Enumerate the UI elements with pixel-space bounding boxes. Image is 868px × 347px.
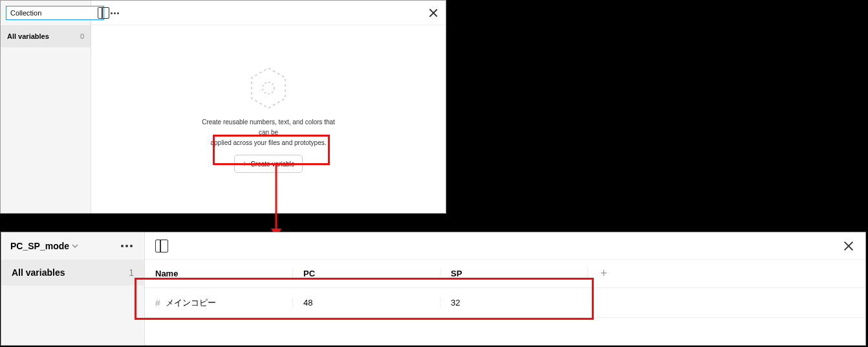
sidebar-toggle-icon[interactable] xyxy=(98,7,109,19)
empty-state: Create reusable numbers, text, and color… xyxy=(91,25,446,213)
column-header-name: Name xyxy=(145,269,292,278)
all-variables-label: All variables xyxy=(7,32,49,40)
variable-value-pc[interactable]: 48 xyxy=(292,298,440,308)
sidebar-item-all-variables[interactable]: All variables 0 xyxy=(1,25,91,47)
sidebar-header: PC_SP_mode xyxy=(1,232,144,260)
add-mode-plus-icon[interactable]: + xyxy=(600,267,607,280)
chevron-down-icon xyxy=(72,243,78,249)
collection-name-dropdown[interactable]: PC_SP_mode xyxy=(10,241,78,251)
variable-count: 0 xyxy=(80,32,84,40)
svg-marker-0 xyxy=(252,68,285,108)
all-variables-label: All variables xyxy=(12,267,65,278)
sidebar-header xyxy=(1,1,91,25)
sidebar: PC_SP_mode All variables 1 xyxy=(1,232,145,345)
variable-name-cell[interactable]: # メインコピー xyxy=(145,297,292,309)
variables-panel-empty: All variables 0 Create reusable numbers,… xyxy=(0,0,446,214)
empty-line-2: applied across your files and prototypes… xyxy=(197,138,340,148)
variable-row[interactable]: # メインコピー 48 32 xyxy=(145,288,865,318)
add-mode-column: + xyxy=(587,267,620,280)
variable-name-label: メインコピー xyxy=(166,297,216,309)
create-variable-label: Create variable xyxy=(251,161,295,168)
sidebar-item-all-variables[interactable]: All variables 1 xyxy=(1,260,144,285)
sidebar: All variables 0 xyxy=(1,1,91,213)
svg-point-1 xyxy=(263,82,274,94)
variable-value-sp[interactable]: 32 xyxy=(440,298,587,308)
variables-panel-populated: PC_SP_mode All variables 1 Name PC SP + … xyxy=(1,232,866,346)
collection-name-label: PC_SP_mode xyxy=(10,241,69,251)
number-type-icon: # xyxy=(155,298,160,308)
hexagon-icon xyxy=(249,65,288,111)
main-area: Name PC SP + # メインコピー 48 32 xyxy=(145,232,865,345)
variable-count: 1 xyxy=(129,267,134,278)
create-variable-button[interactable]: + Create variable xyxy=(234,155,303,173)
sidebar-toggle-icon[interactable] xyxy=(155,240,168,252)
column-header-pc[interactable]: PC xyxy=(292,269,440,278)
more-options-button[interactable] xyxy=(118,242,135,250)
empty-state-text: Create reusable numbers, text, and color… xyxy=(197,117,340,148)
close-icon[interactable] xyxy=(842,240,855,252)
toolbar xyxy=(91,1,446,25)
collection-name-input[interactable] xyxy=(6,6,104,20)
column-header-sp[interactable]: SP xyxy=(440,269,587,278)
table-header: Name PC SP + xyxy=(145,260,865,288)
empty-line-1: Create reusable numbers, text, and color… xyxy=(197,117,340,138)
close-icon[interactable] xyxy=(428,7,439,19)
toolbar xyxy=(145,232,865,260)
main-area: Create reusable numbers, text, and color… xyxy=(91,1,446,213)
plus-icon: + xyxy=(243,159,247,168)
